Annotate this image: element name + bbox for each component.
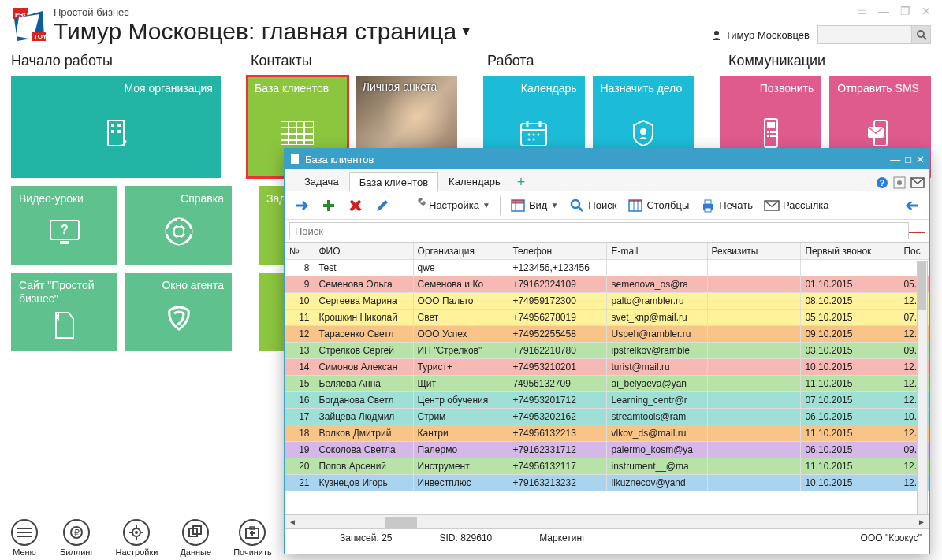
table-row[interactable]: 14Симонов АлексанТурист++74953210201turi… (285, 359, 929, 376)
tab-task[interactable]: Задача (294, 172, 349, 191)
header-search-input[interactable] (817, 25, 912, 44)
nav-back-button[interactable] (901, 196, 923, 215)
mail-icon[interactable] (910, 177, 925, 188)
table-row[interactable]: 20Попов АрсенийИнструмент+74956132117ins… (285, 458, 929, 475)
table-row[interactable]: 18Волков ДмитрийКантри+74956132213vlkov_… (285, 425, 929, 442)
bottom-menu: Меню ₽ Биллинг Настройки Данные Починить (11, 519, 272, 557)
db-minimize-icon[interactable]: — (890, 154, 900, 165)
grid-wrap: № ФИО Организация Телефон E-mail Реквизи… (285, 242, 929, 514)
gear-icon (123, 519, 150, 546)
db-toolbar: Настройка▼ Вид▼ Поиск Столбцы Печать Рас… (285, 191, 929, 220)
col-num[interactable]: № (285, 243, 315, 260)
table-row[interactable]: 9Семенова ОльгаСеменова и Ко+79162324109… (285, 276, 929, 293)
status-records: Записей: 25 (340, 532, 393, 543)
tile-label: Назначить дело (601, 82, 687, 95)
svg-line-7 (923, 36, 926, 39)
svg-point-44 (173, 226, 184, 237)
print-button[interactable]: Печать (697, 196, 756, 215)
table-row[interactable]: 17Зайцева ЛюдмилСтрим+74953202162streamt… (285, 409, 929, 425)
mailing-button[interactable]: Рассылка (761, 196, 832, 215)
close-icon[interactable]: ✕ (922, 5, 931, 17)
bottom-menu-settings[interactable]: Настройки (115, 519, 158, 557)
btn-label: Поиск (588, 199, 616, 211)
svg-point-66 (897, 180, 902, 185)
page-title-text: Тимур Московцев: главная страница (54, 18, 456, 45)
col-pos[interactable]: Пос (899, 243, 929, 260)
table-row[interactable]: 10Сергеева МаринаООО Пальто+74959172300p… (285, 293, 929, 310)
col-fio[interactable]: ФИО (315, 243, 413, 260)
doc-icon (289, 154, 300, 165)
scroll-right-icon[interactable]: ► (915, 517, 928, 526)
tile-agent[interactable]: Окно агента (125, 273, 232, 351)
table-row[interactable]: 16Богданова СветлЦентр обучения+74953201… (285, 392, 929, 409)
tab-add[interactable]: + (511, 174, 532, 191)
db-search-input[interactable] (289, 222, 909, 239)
settings-button[interactable]: Настройка▼ (407, 196, 493, 215)
col-first[interactable]: Первый звонок (801, 243, 899, 260)
tab-calendar[interactable]: Календарь (438, 172, 511, 191)
header-search-button[interactable] (912, 25, 931, 44)
bottom-menu-data[interactable]: Данные (180, 519, 211, 557)
table-row[interactable]: 15Беляева АннаЩит74956132709ai_belyaeva@… (285, 376, 929, 392)
view-button[interactable]: Вид▼ (507, 196, 561, 215)
table-row[interactable]: 8Testqwe+123456,+123456 (285, 260, 929, 276)
bottom-label: Меню (13, 547, 36, 557)
svg-rect-84 (705, 208, 711, 212)
bottom-label: Биллинг (60, 547, 93, 557)
clients-table[interactable]: № ФИО Организация Телефон E-mail Реквизи… (285, 243, 929, 491)
section-start: Начало работы (11, 53, 251, 69)
video-icon: ? (19, 206, 110, 258)
help-icon[interactable]: ? (876, 176, 888, 189)
tile-video[interactable]: Видео-уроки ? (11, 186, 117, 265)
data-icon (182, 519, 209, 546)
svg-rect-81 (629, 200, 642, 202)
status-marketing: Маркетинг (539, 532, 585, 543)
bottom-menu-billing[interactable]: ₽ Биллинг (60, 519, 93, 557)
edit-button[interactable] (371, 196, 393, 215)
minimize-icon[interactable]: — (878, 5, 889, 17)
horizontal-scrollbar[interactable]: ◄ ► (285, 514, 929, 528)
bottom-menu-menu[interactable]: Меню (11, 519, 38, 557)
vertical-scrollbar[interactable] (917, 261, 928, 514)
svg-rect-75 (512, 200, 524, 203)
page-title[interactable]: Тимур Московцев: главная страница ▼ (54, 18, 472, 45)
tab-baza[interactable]: База клиентов (349, 172, 438, 191)
svg-rect-37 (773, 135, 776, 137)
tile-help[interactable]: Справка (125, 186, 232, 265)
current-user[interactable]: Тимур Московцев (711, 29, 810, 41)
table-row[interactable]: 13Стрелков СергейИП "Стрелков"+791622107… (285, 343, 929, 359)
db-titlebar[interactable]: База клиентов — □ ✕ (285, 149, 929, 169)
col-email[interactable]: E-mail (607, 243, 707, 260)
columns-button[interactable]: Столбцы (624, 196, 692, 215)
tile-label: Отправить SMS (837, 82, 923, 95)
table-row[interactable]: 21Кузнецов ИгорьИнвестплюс+79163213232il… (285, 475, 929, 491)
col-tel[interactable]: Телефон (508, 243, 607, 260)
tile-site[interactable]: Сайт "Простой бизнес" (11, 273, 117, 351)
svg-rect-32 (767, 131, 769, 133)
svg-rect-31 (767, 122, 775, 128)
tile-my-org[interactable]: Моя организация (11, 76, 221, 178)
db-tabs: Задача База клиентов Календарь + ? (285, 169, 929, 191)
scroll-left-icon[interactable]: ◄ (286, 517, 299, 526)
nav-forward-button[interactable] (291, 196, 313, 215)
table-row[interactable]: 11Крошкин НиколайСвет+74956278019svet_kn… (285, 310, 929, 326)
settings2-icon[interactable] (893, 176, 906, 189)
maximize-icon[interactable]: ❐ (900, 5, 910, 17)
search-button[interactable]: Поиск (566, 196, 620, 215)
bottom-menu-fix[interactable]: Починить (233, 519, 272, 557)
add-button[interactable] (318, 196, 340, 215)
collapse-button[interactable]: — (909, 222, 925, 240)
svg-rect-9 (111, 124, 114, 127)
delete-button[interactable] (344, 196, 367, 215)
tile-label: Календарь (491, 82, 577, 95)
bottom-label: Починить (233, 547, 272, 557)
svg-text:?: ? (61, 223, 69, 236)
db-close-icon[interactable]: ✕ (916, 154, 925, 165)
table-row[interactable]: 12Тарасенко СветлООО Успех+74952255458Us… (285, 326, 929, 343)
db-maximize-icon[interactable]: □ (905, 154, 911, 165)
col-org[interactable]: Организация (413, 243, 508, 260)
svg-rect-33 (770, 131, 773, 133)
col-req[interactable]: Реквизиты (707, 243, 801, 260)
tile-label: Видео-уроки (19, 192, 110, 206)
table-row[interactable]: 19Соколова СветлаПалермо+79162331712pale… (285, 442, 929, 458)
